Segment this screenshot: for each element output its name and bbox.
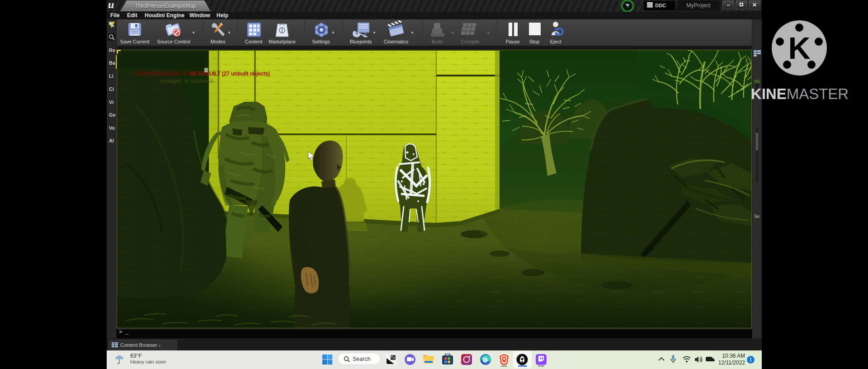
svg-text:essages' to suppress: essages' to suppress [160, 78, 213, 84]
svg-text:LIGHTING NEEDS TO BE REBUILT (: LIGHTING NEEDS TO BE REBUILT (27 unbuilt… [134, 71, 270, 77]
svg-text:K: K [788, 31, 810, 65]
